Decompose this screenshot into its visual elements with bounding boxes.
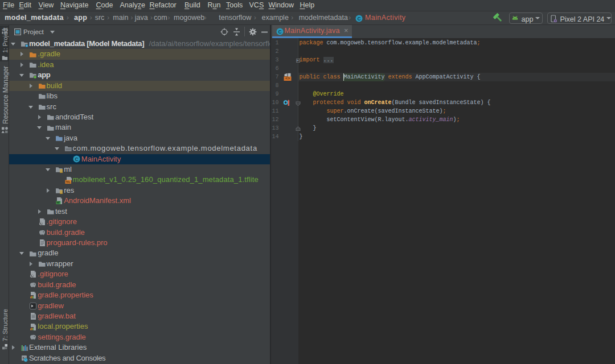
- svg-text:TFL: TFL: [65, 180, 71, 183]
- svg-text:C: C: [357, 16, 360, 22]
- svg-text:MF: MF: [56, 201, 60, 204]
- svg-text:<>: <>: [285, 76, 289, 80]
- svg-text:C: C: [75, 156, 78, 162]
